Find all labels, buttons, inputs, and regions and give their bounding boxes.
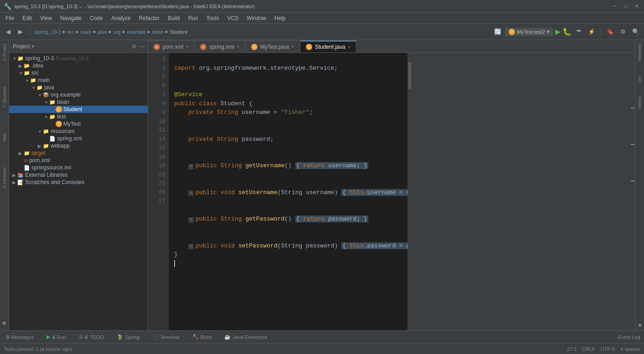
- run-config-name: MyTest.test2: [517, 29, 545, 35]
- tree-item-main[interactable]: ▾ 📁 main: [9, 77, 148, 84]
- line-num-10: 10: [151, 117, 165, 126]
- settings-button[interactable]: ⚙: [618, 26, 629, 37]
- tree-arrow-root: ▾: [11, 56, 17, 61]
- web-tab[interactable]: Web: [1, 131, 8, 144]
- profile-button[interactable]: ⚡: [586, 26, 597, 37]
- run-button[interactable]: ▶: [555, 27, 561, 36]
- breadcrumb-src[interactable]: src: [67, 29, 74, 35]
- bookmarks-button[interactable]: 🔖: [605, 26, 616, 37]
- java-enterprise-tab[interactable]: ☕ Java Enterprise: [222, 333, 270, 341]
- position-indicator[interactable]: 27:1: [567, 346, 577, 352]
- coverage-button[interactable]: ☂: [573, 26, 584, 37]
- indent-selector[interactable]: 4 spaces: [620, 346, 640, 352]
- tab-spring-xml-close[interactable]: ×: [237, 44, 240, 49]
- tree-item-org-example[interactable]: ▾ 📦 org.example: [9, 91, 148, 98]
- sync-button[interactable]: 🔄: [492, 26, 503, 37]
- tree-item-java[interactable]: ▾ 📁 java: [9, 84, 148, 91]
- breadcrumb-org[interactable]: org: [113, 29, 121, 35]
- project-tab[interactable]: 1: Project: [1, 41, 8, 64]
- debug-button[interactable]: 🐛: [562, 27, 572, 36]
- maximize-button[interactable]: □: [622, 3, 629, 10]
- menu-help[interactable]: Help: [271, 14, 289, 22]
- tree-item-webapp[interactable]: ▶ 📁 webapp: [9, 142, 148, 149]
- fold-btn-23[interactable]: +: [188, 244, 194, 249]
- encoding-selector[interactable]: UTF-8: [601, 346, 615, 352]
- menu-view[interactable]: View: [36, 14, 56, 22]
- editor-scrollbar[interactable]: [407, 53, 635, 330]
- tabs-bar: m pom.xml × X spring.xml × T MyTest.java…: [148, 40, 635, 53]
- menu-analyze[interactable]: Analyze: [108, 14, 134, 22]
- run-config-selector[interactable]: T MyTest.test2 ▾: [505, 28, 553, 36]
- scrollbar-thumb[interactable]: [408, 62, 411, 89]
- build-tab[interactable]: 🔨 Build: [190, 333, 214, 341]
- favorites-tab[interactable]: 2: Favorites: [1, 164, 8, 191]
- breadcrumb-bean[interactable]: bean: [152, 29, 163, 35]
- menu-file[interactable]: File: [2, 14, 18, 22]
- database-tab[interactable]: Database: [637, 41, 643, 64]
- menu-code[interactable]: Code: [86, 14, 107, 22]
- tree-item-src[interactable]: ▾ 📁 src: [9, 69, 148, 77]
- maven-tab[interactable]: Maven: [637, 94, 643, 112]
- search-everywhere-button[interactable]: 🔍: [630, 26, 641, 37]
- minimize-button[interactable]: ─: [611, 3, 618, 10]
- gear-icon[interactable]: ⚙: [132, 43, 137, 50]
- tree-item-bean[interactable]: ▾ 📁 bean: [9, 98, 148, 106]
- close-button[interactable]: ✕: [633, 3, 640, 10]
- toolbar-back-button[interactable]: ◀: [3, 26, 14, 37]
- fold-btn-11[interactable]: +: [188, 164, 194, 169]
- fold-btn-19[interactable]: +: [188, 217, 194, 223]
- breadcrumb-student[interactable]: Student: [170, 29, 187, 35]
- tab-pom[interactable]: m pom.xml ×: [148, 41, 195, 52]
- star-icon[interactable]: ★: [1, 319, 7, 327]
- menu-window[interactable]: Window: [243, 14, 270, 22]
- breadcrumb-project[interactable]: spring_10-3: [35, 29, 61, 35]
- breadcrumb-java[interactable]: java: [98, 29, 107, 35]
- tree-item-scratches[interactable]: ▶ 📝 Scratches and Consoles: [9, 179, 148, 186]
- tab-mytest[interactable]: T MyTest.java ×: [246, 41, 300, 52]
- run-tab[interactable]: ▶ 4 Run: [44, 333, 68, 341]
- collapse-icon[interactable]: —: [139, 43, 144, 50]
- event-log[interactable]: Event Log: [618, 334, 640, 340]
- menu-edit[interactable]: Edit: [19, 14, 36, 22]
- menu-build[interactable]: Build: [164, 14, 184, 22]
- tree-item-idea[interactable]: ▶ 📂 .idea: [9, 62, 148, 69]
- tree-item-mytest[interactable]: T MyTest: [9, 120, 148, 128]
- ant-tab[interactable]: Ant: [637, 73, 643, 85]
- tree-item-pom-xml[interactable]: m pom.xml: [9, 157, 148, 164]
- tree-item-student[interactable]: C Student: [9, 106, 148, 113]
- menu-refactor[interactable]: Refactor: [135, 14, 163, 22]
- main-folder-icon: 📁: [30, 77, 36, 83]
- structure-tab[interactable]: 7: Structure: [1, 84, 8, 111]
- menu-vcs[interactable]: VCS: [224, 14, 242, 22]
- tree-item-target[interactable]: ▶ 📁 target: [9, 149, 148, 157]
- spring-tab[interactable]: 🍃 Spring: [114, 333, 142, 341]
- fold-btn-15[interactable]: +: [188, 190, 194, 196]
- editor-content: 3 4 5 6 7 8 9 10 11 14 15 18 19 22 23 26…: [148, 53, 635, 330]
- tree-item-spring-xml[interactable]: 📄 spring.xml: [9, 135, 148, 142]
- messages-tab[interactable]: 0 Messages: [4, 333, 36, 341]
- breadcrumb-sep5: ▸: [123, 29, 125, 35]
- tree-item-resources[interactable]: ▾ 📁 resources: [9, 128, 148, 135]
- line-ending-selector[interactable]: CRLF: [582, 346, 595, 352]
- line-num-23: 23: [151, 179, 165, 188]
- tab-spring-xml[interactable]: X spring.xml ×: [195, 41, 246, 52]
- line-8: [174, 117, 402, 126]
- tab-student-close[interactable]: ×: [348, 45, 351, 50]
- toolbar-forward-button[interactable]: ▶: [15, 26, 26, 37]
- todo-tab[interactable]: ☰ 6 TODO: [76, 333, 107, 341]
- tree-item-test[interactable]: ▾ 📁 test: [9, 113, 148, 120]
- breadcrumb-example[interactable]: example: [127, 29, 146, 35]
- tab-student[interactable]: C Student.java ×: [300, 41, 357, 52]
- menu-run[interactable]: Run: [185, 14, 202, 22]
- tab-mytest-close[interactable]: ×: [292, 44, 294, 49]
- project-dropdown-arrow[interactable]: ▾: [31, 43, 34, 50]
- tree-item-ext-libs[interactable]: ▶ 📚 External Libraries: [9, 171, 148, 179]
- terminal-tab[interactable]: ⬛ Terminal: [149, 333, 182, 341]
- menu-navigate[interactable]: Navigate: [57, 14, 85, 22]
- tab-pom-close[interactable]: ×: [186, 44, 189, 49]
- menu-tools[interactable]: Tools: [203, 14, 223, 22]
- tree-item-root[interactable]: ▾ 📁 spring_10-3 D:\spring_10-3: [9, 55, 148, 62]
- breadcrumb-main[interactable]: main: [81, 29, 92, 35]
- tree-item-iml[interactable]: 📄 springsource.iml: [9, 164, 148, 171]
- code-area[interactable]: import org.springframework.stereotype.Se…: [169, 53, 407, 330]
